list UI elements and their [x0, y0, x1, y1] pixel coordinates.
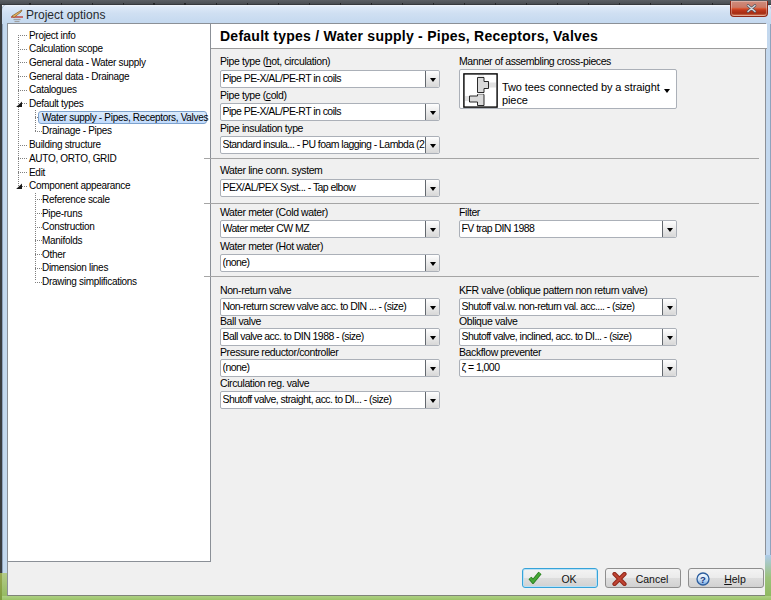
svg-text:?: ?: [700, 574, 706, 585]
